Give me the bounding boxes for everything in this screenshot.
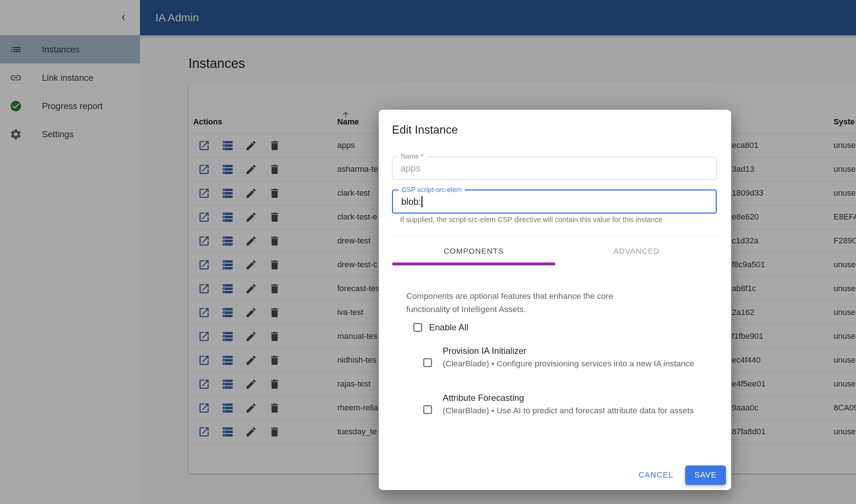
component-description: (ClearBlade) • Configure provisioning se… xyxy=(443,358,720,370)
tab-components[interactable]: COMPONENTS xyxy=(392,236,555,265)
save-button[interactable]: SAVE xyxy=(685,465,726,485)
components-description: Components are optional features that en… xyxy=(406,290,618,316)
csp-helper-text: If supplied, the script-src-elem CSP dir… xyxy=(400,215,716,224)
component-title: Attribute Forecasting xyxy=(443,392,720,403)
csp-field[interactable]: CSP script-src-elem blob: xyxy=(392,189,717,214)
name-field-value: apps xyxy=(400,157,420,180)
csp-field-value: blob: xyxy=(401,191,422,213)
component-description: (ClearBlade) • Use AI to predict and for… xyxy=(443,405,720,417)
tab-advanced[interactable]: ADVANCED xyxy=(555,236,718,265)
name-field[interactable]: Name * apps xyxy=(392,157,717,180)
enable-all-row[interactable]: Enable All xyxy=(413,322,468,333)
active-tab-indicator xyxy=(392,262,555,265)
component-item: Attribute Forecasting (ClearBlade) • Use… xyxy=(423,392,720,417)
component-checkbox[interactable] xyxy=(423,405,432,414)
text-caret xyxy=(421,196,422,207)
enable-all-label: Enable All xyxy=(429,322,468,333)
edit-instance-dialog: Edit Instance Name * apps CSP script-src… xyxy=(379,110,731,490)
component-checkbox[interactable] xyxy=(423,358,432,367)
enable-all-checkbox[interactable] xyxy=(413,323,422,332)
component-item: Provision IA Initializer (ClearBlade) • … xyxy=(423,345,720,370)
component-title: Provision IA Initializer xyxy=(443,345,720,356)
cancel-button[interactable]: CANCEL xyxy=(630,465,681,485)
dialog-title: Edit Instance xyxy=(392,123,458,137)
